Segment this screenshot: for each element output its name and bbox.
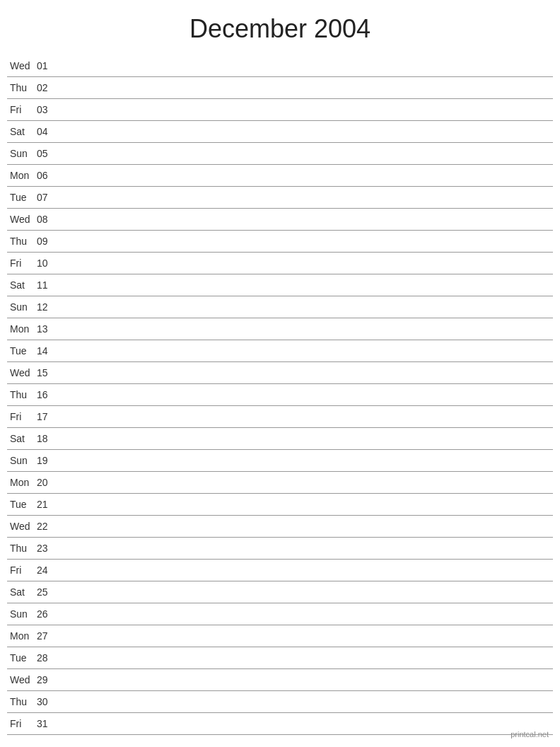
day-line: [58, 241, 553, 242]
day-name: Mon: [7, 477, 37, 488]
day-row: Mon20: [7, 472, 553, 494]
day-number: 01: [37, 60, 58, 71]
day-line: [58, 636, 553, 637]
day-line: [58, 154, 553, 154]
day-row: Sat11: [7, 274, 553, 296]
day-number: 23: [37, 543, 58, 554]
day-name: Tue: [7, 499, 37, 510]
day-row: Sat04: [7, 121, 553, 143]
day-row: Thu23: [7, 538, 553, 560]
day-name: Thu: [7, 236, 37, 247]
day-name: Wed: [7, 214, 37, 225]
calendar-body: Wed01Thu02Fri03Sat04Sun05Mon06Tue07Wed08…: [0, 55, 560, 735]
day-line: [58, 724, 553, 724]
day-number: 24: [37, 564, 58, 576]
day-number: 02: [37, 82, 58, 93]
day-line: [58, 351, 553, 352]
day-number: 12: [37, 301, 58, 313]
day-row: Sun19: [7, 450, 553, 472]
day-number: 11: [37, 279, 58, 291]
day-number: 07: [37, 192, 58, 203]
day-row: Fri17: [7, 406, 553, 428]
day-line: [58, 417, 553, 417]
day-name: Tue: [7, 345, 37, 357]
day-row: Tue14: [7, 340, 553, 362]
day-name: Thu: [7, 82, 37, 93]
day-line: [58, 373, 553, 374]
day-name: Sun: [7, 301, 37, 313]
day-name: Mon: [7, 630, 37, 642]
day-number: 19: [37, 455, 58, 466]
day-number: 10: [37, 257, 58, 269]
day-row: Wed22: [7, 516, 553, 538]
day-row: Wed01: [7, 55, 553, 77]
day-number: 04: [37, 126, 58, 137]
day-row: Wed15: [7, 362, 553, 384]
day-row: Sun12: [7, 296, 553, 318]
day-name: Sat: [7, 126, 37, 137]
day-name: Wed: [7, 367, 37, 378]
day-number: 05: [37, 148, 58, 159]
day-name: Fri: [7, 104, 37, 115]
day-name: Sat: [7, 279, 37, 291]
day-name: Thu: [7, 543, 37, 554]
day-number: 15: [37, 367, 58, 378]
day-line: [58, 175, 553, 176]
day-name: Tue: [7, 652, 37, 664]
day-line: [58, 570, 553, 571]
day-number: 22: [37, 521, 58, 532]
day-number: 26: [37, 608, 58, 620]
day-name: Wed: [7, 674, 37, 685]
day-row: Thu16: [7, 384, 553, 406]
day-row: Fri31: [7, 713, 553, 735]
day-row: Wed29: [7, 669, 553, 691]
day-row: Mon27: [7, 625, 553, 647]
day-line: [58, 504, 553, 505]
day-row: Sat18: [7, 428, 553, 450]
day-line: [58, 285, 553, 286]
day-line: [58, 680, 553, 681]
day-number: 16: [37, 389, 58, 400]
day-line: [58, 307, 553, 308]
day-line: [58, 592, 553, 593]
day-row: Wed08: [7, 209, 553, 231]
day-row: Mon06: [7, 165, 553, 187]
day-row: Tue07: [7, 187, 553, 209]
day-row: Fri10: [7, 253, 553, 274]
day-line: [58, 461, 553, 461]
page-title: December 2004: [0, 0, 560, 55]
day-row: Tue28: [7, 647, 553, 669]
day-line: [58, 219, 553, 220]
day-number: 06: [37, 170, 58, 181]
day-name: Fri: [7, 718, 37, 729]
day-line: [58, 395, 553, 395]
day-number: 14: [37, 345, 58, 357]
day-name: Fri: [7, 411, 37, 422]
day-line: [58, 66, 553, 66]
day-number: 25: [37, 586, 58, 598]
day-number: 28: [37, 652, 58, 664]
day-name: Sun: [7, 608, 37, 620]
day-number: 20: [37, 477, 58, 488]
day-name: Mon: [7, 323, 37, 335]
day-line: [58, 702, 553, 702]
day-name: Sat: [7, 586, 37, 598]
day-line: [58, 548, 553, 549]
day-line: [58, 110, 553, 110]
day-row: Thu02: [7, 77, 553, 99]
day-row: Fri24: [7, 560, 553, 581]
day-row: Sat25: [7, 581, 553, 603]
day-line: [58, 263, 553, 264]
day-name: Fri: [7, 257, 37, 269]
day-row: Thu30: [7, 691, 553, 713]
day-number: 13: [37, 323, 58, 335]
day-line: [58, 329, 553, 330]
day-number: 29: [37, 674, 58, 685]
day-row: Sun05: [7, 143, 553, 165]
day-line: [58, 88, 553, 88]
day-name: Thu: [7, 389, 37, 400]
day-number: 17: [37, 411, 58, 422]
day-line: [58, 526, 553, 527]
day-name: Sun: [7, 455, 37, 466]
day-name: Mon: [7, 170, 37, 181]
